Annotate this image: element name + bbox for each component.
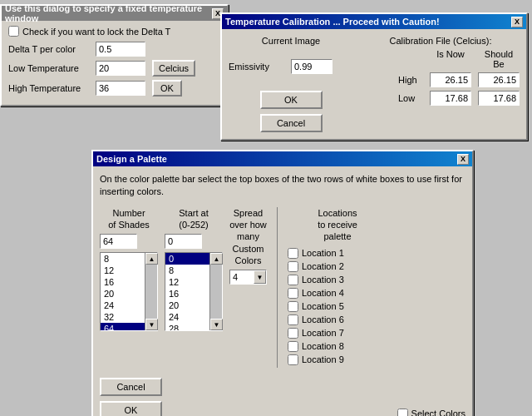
list-item[interactable]: 16	[165, 288, 209, 300]
calib-buttons: OK Cancel	[229, 91, 353, 132]
palette-content: On the color palette bar select the top …	[93, 166, 472, 416]
should-be-header: Should Be	[478, 49, 520, 69]
location-6-checkbox[interactable]	[288, 314, 298, 325]
scroll-up-arrow[interactable]: ▲	[145, 253, 158, 265]
low-is-now-input[interactable]	[430, 91, 471, 106]
location-4-label: Location 4	[302, 288, 344, 298]
high-temp-row: High Temperature OK	[8, 80, 220, 97]
location-item-8: Location 8	[288, 341, 387, 352]
shades-column: Numberof Shades 64 8 12 16 20 24 32 64	[100, 207, 158, 368]
location-3-checkbox[interactable]	[288, 275, 298, 285]
palette-description: On the color palette bar select the top …	[100, 173, 466, 199]
location-9-checkbox[interactable]	[288, 354, 298, 365]
select-colors-checkbox[interactable]	[397, 409, 408, 416]
location-8-checkbox[interactable]	[288, 341, 298, 352]
shades-value: 64	[103, 236, 113, 246]
low-row: Low	[362, 91, 520, 106]
list-item[interactable]: 12	[101, 265, 145, 276]
dropdown-arrow-icon[interactable]: ▼	[254, 270, 266, 284]
location-3-label: Location 3	[302, 275, 344, 285]
location-item-7: Location 7	[288, 328, 387, 339]
list-item[interactable]: 8	[101, 253, 145, 265]
palette-title-text: Design a Palette	[96, 154, 167, 164]
lock-delta-checkbox[interactable]	[8, 26, 19, 37]
low-temp-label: Low Temperature	[8, 63, 96, 73]
location-5-label: Location 5	[302, 301, 344, 311]
calib-cancel-button[interactable]: Cancel	[260, 114, 323, 132]
delta-t-input[interactable]	[96, 42, 145, 57]
low-should-be-input[interactable]	[478, 91, 520, 106]
location-item-5: Location 5	[288, 301, 387, 312]
palette-title-bar: Design a Palette X	[93, 151, 472, 166]
shades-title: Numberof Shades	[100, 207, 158, 231]
temp-ok-button[interactable]: OK	[152, 80, 182, 97]
location-1-checkbox[interactable]	[288, 248, 298, 259]
delta-t-label: Delta T per color	[8, 44, 96, 54]
calib-window: Temperature Calibration ... Proceed with…	[220, 12, 528, 141]
emissivity-label: Emissivity	[229, 62, 291, 72]
location-7-label: Location 7	[302, 328, 344, 338]
palette-main: Numberof Shades 64 8 12 16 20 24 32 64	[100, 207, 466, 368]
palette-title-buttons: X	[457, 154, 469, 165]
location-2-checkbox[interactable]	[288, 261, 298, 272]
location-5-checkbox[interactable]	[288, 301, 298, 312]
scroll-track	[210, 265, 222, 319]
spread-dropdown[interactable]: 4 ▼	[229, 270, 267, 285]
scroll-down-arrow[interactable]: ▼	[145, 319, 158, 330]
scroll-up-arrow[interactable]: ▲	[210, 253, 223, 265]
calib-right-panel: Calibration File (Celcius): Is Now Shoul…	[362, 36, 520, 132]
list-item[interactable]: 32	[101, 311, 145, 323]
spread-title: Spreadover howmanyCustomColors	[229, 207, 267, 266]
palette-bottom: Cancel OK Select Colors	[100, 374, 466, 416]
start-at-title: Start at(0-252)	[165, 207, 223, 231]
high-row: High	[362, 72, 520, 87]
high-should-be-input[interactable]	[478, 72, 520, 87]
location-6-label: Location 6	[302, 314, 344, 324]
high-is-now-input[interactable]	[430, 72, 471, 87]
locations-section: Locationsto receivepalette Location 1 Lo…	[288, 207, 387, 368]
location-4-checkbox[interactable]	[288, 288, 298, 299]
location-item-6: Location 6	[288, 314, 387, 325]
celcius-button[interactable]: Celcius	[152, 60, 195, 77]
calib-col-headers: Is Now Should Be	[362, 49, 520, 69]
list-item[interactable]: 20	[101, 288, 145, 300]
low-temp-row: Low Temperature Celcius	[8, 60, 220, 77]
start-scrollbar: ▲ ▼	[209, 253, 222, 330]
location-8-label: Location 8	[302, 341, 344, 351]
lock-delta-row: Check if you want to lock the Delta T	[8, 26, 220, 37]
list-item[interactable]: 24	[165, 311, 209, 323]
delta-t-row: Delta T per color	[8, 42, 220, 57]
scroll-down-arrow[interactable]: ▼	[210, 319, 223, 330]
calib-ok-button[interactable]: OK	[260, 91, 323, 109]
start-at-input[interactable]	[165, 234, 202, 249]
low-temp-input[interactable]	[96, 61, 145, 76]
calib-content: Current Image Emissivity OK Cancel Calib…	[222, 29, 526, 139]
select-colors-row: Select Colors	[397, 409, 466, 416]
spread-value: 4	[230, 272, 254, 282]
emissivity-row: Emissivity	[229, 59, 353, 74]
list-item-selected[interactable]: 0	[165, 253, 209, 265]
list-item-selected[interactable]: 64	[101, 323, 145, 330]
list-item[interactable]: 20	[165, 300, 209, 311]
location-1-label: Location 1	[302, 248, 344, 258]
palette-close-button[interactable]: X	[457, 154, 469, 165]
high-temp-label: High Temperature	[8, 83, 96, 93]
list-item[interactable]: 12	[165, 276, 209, 288]
list-item[interactable]: 24	[101, 300, 145, 311]
list-item[interactable]: 28	[165, 323, 209, 330]
shades-listbox[interactable]: 8 12 16 20 24 32 64 ▲ ▼	[100, 252, 158, 331]
emissivity-input[interactable]	[291, 59, 332, 74]
start-at-listbox[interactable]: 0 8 12 16 20 24 28 ▲ ▼	[165, 252, 223, 331]
high-label: High	[398, 75, 423, 85]
palette-cancel-button[interactable]: Cancel	[100, 378, 162, 396]
list-item[interactable]: 8	[165, 265, 209, 276]
select-colors-label: Select Colors	[411, 409, 466, 416]
location-item-2: Location 2	[288, 261, 387, 272]
location-7-checkbox[interactable]	[288, 328, 298, 339]
start-list: 0 8 12 16 20 24 28	[165, 253, 209, 330]
list-item[interactable]: 16	[101, 276, 145, 288]
palette-btn-row: Cancel OK	[100, 378, 162, 416]
palette-ok-button[interactable]: OK	[100, 401, 162, 416]
high-temp-input[interactable]	[96, 81, 145, 96]
calib-close-button[interactable]: X	[511, 17, 523, 27]
